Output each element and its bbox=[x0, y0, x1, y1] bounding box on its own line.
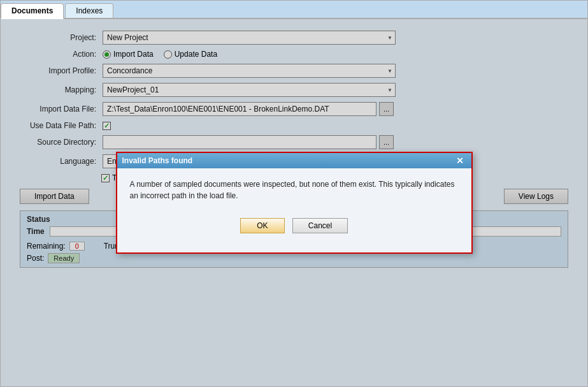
tab-bar: Documents Indexes bbox=[1, 1, 587, 19]
modal-title-bar: Invalid Paths found ✕ bbox=[117, 153, 471, 168]
modal-title: Invalid Paths found bbox=[122, 156, 193, 165]
tab-indexes[interactable]: Indexes bbox=[65, 3, 113, 18]
modal-close-button[interactable]: ✕ bbox=[454, 156, 466, 166]
modal-dialog: Invalid Paths found ✕ A number of sample… bbox=[116, 152, 473, 254]
modal-message: A number of sampled documents were inspe… bbox=[130, 179, 459, 201]
modal-cancel-button[interactable]: Cancel bbox=[292, 218, 348, 233]
modal-body: A number of sampled documents were inspe… bbox=[117, 168, 471, 212]
main-window: Documents Indexes Project: New Project ▼… bbox=[0, 0, 588, 387]
modal-overlay: Invalid Paths found ✕ A number of sample… bbox=[1, 19, 587, 386]
tab-documents[interactable]: Documents bbox=[1, 3, 64, 19]
modal-buttons: OK Cancel bbox=[117, 212, 471, 240]
content-area: Project: New Project ▼ Action: Import Da… bbox=[1, 19, 587, 386]
modal-ok-button[interactable]: OK bbox=[240, 218, 285, 233]
